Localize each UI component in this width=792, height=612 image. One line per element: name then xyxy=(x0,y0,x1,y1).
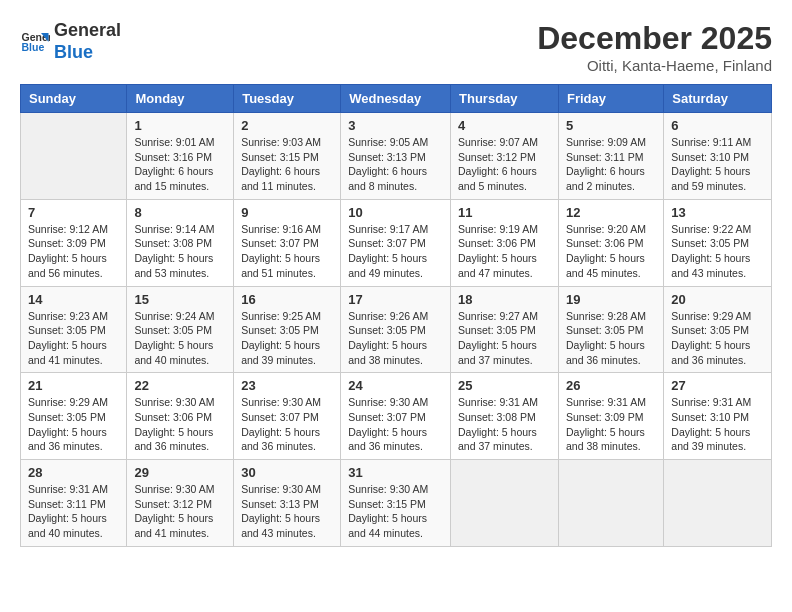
week-row-5: 28Sunrise: 9:31 AM Sunset: 3:11 PM Dayli… xyxy=(21,460,772,547)
day-number: 28 xyxy=(28,465,119,480)
calendar-cell xyxy=(21,113,127,200)
calendar-cell: 1Sunrise: 9:01 AM Sunset: 3:16 PM Daylig… xyxy=(127,113,234,200)
day-number: 16 xyxy=(241,292,333,307)
day-info: Sunrise: 9:14 AM Sunset: 3:08 PM Dayligh… xyxy=(134,222,226,281)
logo-general: General xyxy=(54,20,121,42)
calendar-cell: 12Sunrise: 9:20 AM Sunset: 3:06 PM Dayli… xyxy=(558,199,663,286)
day-info: Sunrise: 9:31 AM Sunset: 3:10 PM Dayligh… xyxy=(671,395,764,454)
day-info: Sunrise: 9:01 AM Sunset: 3:16 PM Dayligh… xyxy=(134,135,226,194)
day-info: Sunrise: 9:28 AM Sunset: 3:05 PM Dayligh… xyxy=(566,309,656,368)
day-number: 21 xyxy=(28,378,119,393)
day-info: Sunrise: 9:30 AM Sunset: 3:12 PM Dayligh… xyxy=(134,482,226,541)
day-info: Sunrise: 9:11 AM Sunset: 3:10 PM Dayligh… xyxy=(671,135,764,194)
day-number: 20 xyxy=(671,292,764,307)
header-row: SundayMondayTuesdayWednesdayThursdayFrid… xyxy=(21,85,772,113)
day-number: 11 xyxy=(458,205,551,220)
calendar-table: SundayMondayTuesdayWednesdayThursdayFrid… xyxy=(20,84,772,547)
day-info: Sunrise: 9:27 AM Sunset: 3:05 PM Dayligh… xyxy=(458,309,551,368)
calendar-cell: 16Sunrise: 9:25 AM Sunset: 3:05 PM Dayli… xyxy=(234,286,341,373)
day-info: Sunrise: 9:31 AM Sunset: 3:11 PM Dayligh… xyxy=(28,482,119,541)
subtitle: Oitti, Kanta-Haeme, Finland xyxy=(537,57,772,74)
calendar-cell: 25Sunrise: 9:31 AM Sunset: 3:08 PM Dayli… xyxy=(451,373,559,460)
calendar-body: 1Sunrise: 9:01 AM Sunset: 3:16 PM Daylig… xyxy=(21,113,772,547)
day-info: Sunrise: 9:30 AM Sunset: 3:15 PM Dayligh… xyxy=(348,482,443,541)
day-number: 7 xyxy=(28,205,119,220)
main-title: December 2025 xyxy=(537,20,772,57)
calendar-cell: 5Sunrise: 9:09 AM Sunset: 3:11 PM Daylig… xyxy=(558,113,663,200)
header-day-thursday: Thursday xyxy=(451,85,559,113)
day-info: Sunrise: 9:31 AM Sunset: 3:09 PM Dayligh… xyxy=(566,395,656,454)
day-number: 19 xyxy=(566,292,656,307)
week-row-4: 21Sunrise: 9:29 AM Sunset: 3:05 PM Dayli… xyxy=(21,373,772,460)
day-info: Sunrise: 9:17 AM Sunset: 3:07 PM Dayligh… xyxy=(348,222,443,281)
day-info: Sunrise: 9:30 AM Sunset: 3:06 PM Dayligh… xyxy=(134,395,226,454)
header-day-friday: Friday xyxy=(558,85,663,113)
calendar-cell: 19Sunrise: 9:28 AM Sunset: 3:05 PM Dayli… xyxy=(558,286,663,373)
calendar-cell: 27Sunrise: 9:31 AM Sunset: 3:10 PM Dayli… xyxy=(664,373,772,460)
calendar-cell: 20Sunrise: 9:29 AM Sunset: 3:05 PM Dayli… xyxy=(664,286,772,373)
calendar-cell xyxy=(664,460,772,547)
day-number: 12 xyxy=(566,205,656,220)
calendar-header: SundayMondayTuesdayWednesdayThursdayFrid… xyxy=(21,85,772,113)
day-info: Sunrise: 9:09 AM Sunset: 3:11 PM Dayligh… xyxy=(566,135,656,194)
header-day-saturday: Saturday xyxy=(664,85,772,113)
day-info: Sunrise: 9:12 AM Sunset: 3:09 PM Dayligh… xyxy=(28,222,119,281)
day-info: Sunrise: 9:23 AM Sunset: 3:05 PM Dayligh… xyxy=(28,309,119,368)
day-number: 15 xyxy=(134,292,226,307)
calendar-cell: 15Sunrise: 9:24 AM Sunset: 3:05 PM Dayli… xyxy=(127,286,234,373)
day-number: 10 xyxy=(348,205,443,220)
calendar-cell: 6Sunrise: 9:11 AM Sunset: 3:10 PM Daylig… xyxy=(664,113,772,200)
calendar-cell: 8Sunrise: 9:14 AM Sunset: 3:08 PM Daylig… xyxy=(127,199,234,286)
calendar-cell: 22Sunrise: 9:30 AM Sunset: 3:06 PM Dayli… xyxy=(127,373,234,460)
day-number: 14 xyxy=(28,292,119,307)
calendar-cell: 4Sunrise: 9:07 AM Sunset: 3:12 PM Daylig… xyxy=(451,113,559,200)
logo: General Blue General Blue xyxy=(20,20,121,63)
day-number: 24 xyxy=(348,378,443,393)
day-number: 18 xyxy=(458,292,551,307)
calendar-cell: 26Sunrise: 9:31 AM Sunset: 3:09 PM Dayli… xyxy=(558,373,663,460)
day-info: Sunrise: 9:03 AM Sunset: 3:15 PM Dayligh… xyxy=(241,135,333,194)
day-number: 31 xyxy=(348,465,443,480)
logo-blue: Blue xyxy=(54,42,121,64)
calendar-cell: 28Sunrise: 9:31 AM Sunset: 3:11 PM Dayli… xyxy=(21,460,127,547)
page-header: General Blue General Blue December 2025 … xyxy=(20,20,772,74)
svg-text:Blue: Blue xyxy=(22,41,45,53)
calendar-cell: 21Sunrise: 9:29 AM Sunset: 3:05 PM Dayli… xyxy=(21,373,127,460)
day-number: 6 xyxy=(671,118,764,133)
header-day-sunday: Sunday xyxy=(21,85,127,113)
day-number: 26 xyxy=(566,378,656,393)
calendar-cell: 30Sunrise: 9:30 AM Sunset: 3:13 PM Dayli… xyxy=(234,460,341,547)
calendar-cell: 3Sunrise: 9:05 AM Sunset: 3:13 PM Daylig… xyxy=(341,113,451,200)
day-number: 25 xyxy=(458,378,551,393)
title-block: December 2025 Oitti, Kanta-Haeme, Finlan… xyxy=(537,20,772,74)
week-row-3: 14Sunrise: 9:23 AM Sunset: 3:05 PM Dayli… xyxy=(21,286,772,373)
day-info: Sunrise: 9:07 AM Sunset: 3:12 PM Dayligh… xyxy=(458,135,551,194)
day-number: 23 xyxy=(241,378,333,393)
day-info: Sunrise: 9:20 AM Sunset: 3:06 PM Dayligh… xyxy=(566,222,656,281)
day-number: 2 xyxy=(241,118,333,133)
calendar-cell: 29Sunrise: 9:30 AM Sunset: 3:12 PM Dayli… xyxy=(127,460,234,547)
calendar-cell: 18Sunrise: 9:27 AM Sunset: 3:05 PM Dayli… xyxy=(451,286,559,373)
calendar-cell: 31Sunrise: 9:30 AM Sunset: 3:15 PM Dayli… xyxy=(341,460,451,547)
logo-icon: General Blue xyxy=(20,27,50,57)
header-day-wednesday: Wednesday xyxy=(341,85,451,113)
header-day-tuesday: Tuesday xyxy=(234,85,341,113)
day-number: 8 xyxy=(134,205,226,220)
day-info: Sunrise: 9:19 AM Sunset: 3:06 PM Dayligh… xyxy=(458,222,551,281)
day-info: Sunrise: 9:29 AM Sunset: 3:05 PM Dayligh… xyxy=(28,395,119,454)
day-number: 27 xyxy=(671,378,764,393)
day-info: Sunrise: 9:30 AM Sunset: 3:13 PM Dayligh… xyxy=(241,482,333,541)
day-number: 30 xyxy=(241,465,333,480)
day-info: Sunrise: 9:26 AM Sunset: 3:05 PM Dayligh… xyxy=(348,309,443,368)
day-number: 5 xyxy=(566,118,656,133)
day-info: Sunrise: 9:22 AM Sunset: 3:05 PM Dayligh… xyxy=(671,222,764,281)
calendar-cell: 13Sunrise: 9:22 AM Sunset: 3:05 PM Dayli… xyxy=(664,199,772,286)
day-info: Sunrise: 9:25 AM Sunset: 3:05 PM Dayligh… xyxy=(241,309,333,368)
day-info: Sunrise: 9:16 AM Sunset: 3:07 PM Dayligh… xyxy=(241,222,333,281)
calendar-cell: 24Sunrise: 9:30 AM Sunset: 3:07 PM Dayli… xyxy=(341,373,451,460)
day-number: 22 xyxy=(134,378,226,393)
calendar-cell: 17Sunrise: 9:26 AM Sunset: 3:05 PM Dayli… xyxy=(341,286,451,373)
week-row-2: 7Sunrise: 9:12 AM Sunset: 3:09 PM Daylig… xyxy=(21,199,772,286)
calendar-cell: 7Sunrise: 9:12 AM Sunset: 3:09 PM Daylig… xyxy=(21,199,127,286)
calendar-cell: 10Sunrise: 9:17 AM Sunset: 3:07 PM Dayli… xyxy=(341,199,451,286)
